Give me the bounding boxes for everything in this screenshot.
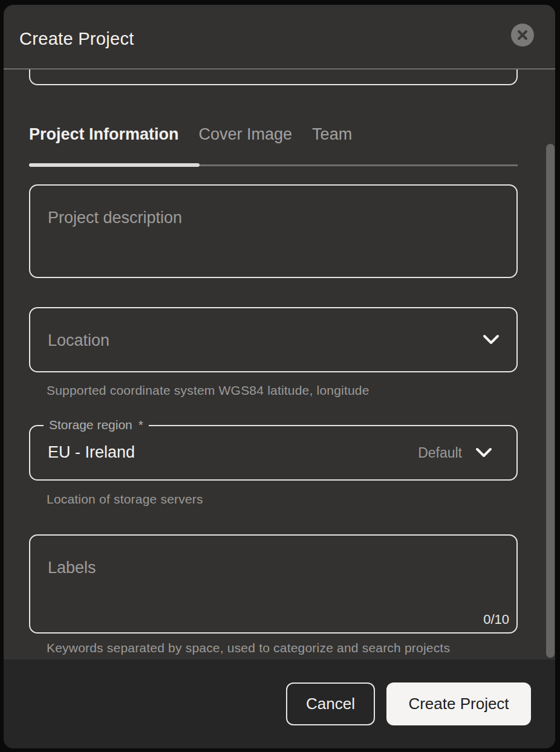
storage-region-value: EU - Ireland bbox=[48, 443, 135, 462]
storage-region-helper-text: Location of storage servers bbox=[47, 492, 203, 507]
dialog-title: Create Project bbox=[19, 29, 134, 49]
close-button[interactable] bbox=[511, 24, 534, 47]
project-description-textarea[interactable]: Project description bbox=[29, 184, 518, 278]
labels-placeholder: Labels bbox=[48, 559, 96, 577]
dialog-tabs: Project Information Cover Image Team bbox=[29, 125, 352, 144]
location-select[interactable]: Location bbox=[29, 307, 518, 372]
active-tab-indicator bbox=[29, 163, 200, 167]
chevron-down-icon bbox=[481, 334, 501, 346]
create-project-button[interactable]: Create Project bbox=[386, 682, 531, 725]
location-helper-text: Supported coordinate system WGS84 latitu… bbox=[47, 383, 370, 398]
tab-team[interactable]: Team bbox=[312, 125, 352, 144]
labels-helper-text: Keywords separated by space, used to cat… bbox=[47, 641, 450, 655]
create-project-dialog: Create Project Project Information Cover… bbox=[4, 5, 555, 748]
storage-region-label-text: Storage region bbox=[49, 418, 132, 432]
scrollbar-thumb[interactable] bbox=[546, 144, 555, 658]
tab-cover-image[interactable]: Cover Image bbox=[199, 125, 293, 144]
cancel-button[interactable]: Cancel bbox=[286, 682, 375, 725]
storage-region-right: Default bbox=[418, 426, 493, 479]
labels-char-counter: 0/10 bbox=[483, 612, 509, 627]
labels-input[interactable]: Labels 0/10 bbox=[29, 534, 518, 634]
storage-region-select[interactable]: Storage region * EU - Ireland Default bbox=[29, 425, 518, 481]
storage-region-label: Storage region * bbox=[44, 418, 149, 432]
project-description-placeholder: Project description bbox=[48, 209, 182, 227]
required-asterisk: * bbox=[138, 418, 143, 432]
close-icon bbox=[516, 29, 529, 41]
location-placeholder: Location bbox=[48, 331, 109, 350]
project-name-field-partial[interactable] bbox=[29, 70, 518, 85]
tab-project-information[interactable]: Project Information bbox=[29, 125, 179, 144]
dialog-footer: Cancel Create Project bbox=[4, 660, 555, 748]
chevron-down-icon bbox=[474, 447, 493, 459]
default-badge: Default bbox=[418, 445, 462, 461]
